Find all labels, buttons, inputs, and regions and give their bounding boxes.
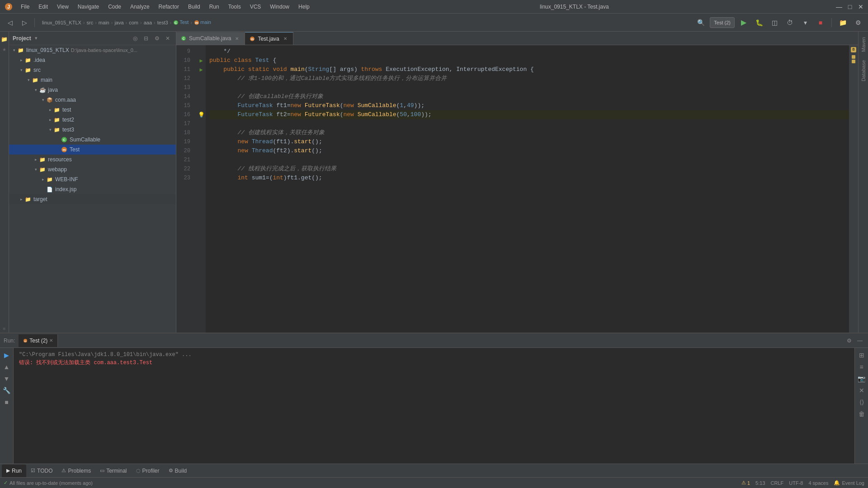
btab-terminal[interactable]: ▭ Terminal [95, 465, 131, 477]
scroll-up-btn[interactable]: ▲ [1, 361, 12, 372]
menu-view[interactable]: View [53, 3, 72, 11]
run-arrow-10[interactable]: ▶ [199, 57, 203, 64]
breadcrumb-aaa[interactable]: aaa [144, 20, 152, 25]
right-tab-database[interactable]: Database [860, 56, 867, 85]
project-panel-dropdown[interactable]: ▾ [35, 35, 38, 41]
menu-refactor[interactable]: Refactor [155, 3, 183, 11]
gutter-10[interactable]: ▶ [197, 56, 206, 65]
run-dropdown[interactable]: ▾ [799, 16, 811, 29]
tree-test-class[interactable]: m Test [9, 145, 176, 155]
menu-code[interactable]: Code [104, 3, 125, 11]
menu-help[interactable]: Help [295, 3, 313, 11]
tree-webinf[interactable]: 📁 WEB-INF [9, 174, 176, 184]
trash-btn[interactable]: 🗑 [856, 408, 867, 419]
locate-file-btn[interactable]: ◎ [131, 34, 140, 43]
breadcrumb-java[interactable]: java [114, 20, 123, 25]
breadcrumb-method[interactable]: mmain [194, 19, 211, 25]
run-again-btn[interactable]: ▶ [1, 350, 12, 361]
btab-build[interactable]: ⚙ Build [164, 465, 192, 477]
filter-btn[interactable]: ≡ [856, 361, 867, 372]
tree-resources[interactable]: 📁 resources [9, 155, 176, 164]
bottom-tab-close[interactable]: ✕ [49, 338, 53, 343]
btab-run[interactable]: ▶ Run [2, 465, 26, 477]
stop-run-btn[interactable]: ■ [1, 397, 12, 408]
tree-com-aaa[interactable]: 📦 com.aaa [9, 95, 176, 105]
wrench-btn[interactable]: 🔧 [1, 385, 12, 396]
expand-btn[interactable]: ⟨⟩ [856, 397, 867, 408]
screenshot-btn[interactable]: 📷 [856, 373, 867, 384]
status-indent[interactable]: 4 spaces [808, 480, 828, 486]
menu-analyze[interactable]: Analyze [127, 3, 153, 11]
status-encoding[interactable]: UTF-8 [789, 480, 803, 486]
run-button[interactable]: ▶ [737, 16, 750, 29]
collapse-all-btn[interactable]: ⊟ [142, 34, 151, 43]
minimize-panel-btn[interactable]: — [855, 336, 864, 345]
tree-test3-pkg[interactable]: 📁 test3 [9, 125, 176, 135]
profile-button[interactable]: ⏱ [783, 16, 796, 29]
tree-src[interactable]: 📁 src [9, 65, 176, 75]
status-event-log[interactable]: 🔔 Event Log [834, 480, 864, 486]
breadcrumb-src[interactable]: src [87, 20, 94, 25]
settings-panel-btn[interactable]: ⚙ [152, 34, 161, 43]
tree-index-jsp[interactable]: 📄 index.jsp [9, 184, 176, 194]
breadcrumb-com[interactable]: com [129, 20, 138, 25]
status-cursor[interactable]: 5:13 [755, 480, 765, 486]
btab-profiler[interactable]: ◌ Profiler [132, 465, 164, 477]
tab-test[interactable]: m Test.java ✕ [245, 32, 293, 45]
status-line-ending[interactable]: CRLF [771, 480, 784, 486]
breadcrumb-project[interactable]: linux_0915_KTLX [42, 20, 81, 25]
btab-todo[interactable]: ☑ TODO [26, 465, 57, 477]
right-tab-maven[interactable]: Maven [860, 33, 867, 56]
menu-vcs[interactable]: VCS [246, 3, 265, 11]
minimize-button[interactable]: — [835, 3, 843, 10]
run-config-search[interactable]: 🔍 [694, 16, 707, 29]
tree-java[interactable]: ☕ java [9, 85, 176, 95]
bulb-icon-16[interactable]: 💡 [198, 112, 205, 118]
settings-run-btn[interactable]: ⚙ [844, 336, 854, 345]
breadcrumb-class[interactable]: CTest [173, 19, 189, 25]
tab-sumcallable-close[interactable]: ✕ [234, 35, 240, 42]
favorites-icon[interactable]: ★ [0, 45, 9, 53]
debug-button[interactable]: 🐛 [753, 16, 765, 29]
copy-output-btn[interactable]: ⊞ [856, 350, 867, 361]
maximize-button[interactable]: □ [846, 3, 854, 10]
tree-webapp[interactable]: 📁 webapp [9, 164, 176, 174]
tree-main[interactable]: 📁 main [9, 75, 176, 85]
stop-button[interactable]: ■ [814, 16, 827, 29]
coverage-button[interactable]: ◫ [768, 16, 781, 29]
menu-tools[interactable]: Tools [225, 3, 245, 11]
btab-problems[interactable]: ⚠ Problems [57, 465, 95, 477]
tree-target[interactable]: 📁 target [9, 194, 176, 204]
tab-sumcallable[interactable]: C SumCallable.java ✕ [176, 32, 245, 45]
menu-run[interactable]: Run [206, 3, 223, 11]
tree-test2-pkg[interactable]: 📁 test2 [9, 115, 176, 125]
menu-navigate[interactable]: Navigate [74, 3, 103, 11]
forward-button[interactable]: ▷ [18, 16, 31, 29]
code-lines[interactable]: */ public class Test { public static voi… [206, 45, 849, 333]
menu-build[interactable]: Build [184, 3, 204, 11]
close-output-btn[interactable]: ✕ [856, 385, 867, 396]
project-structure-btn[interactable]: 📁 [836, 16, 849, 29]
menu-window[interactable]: Window [266, 3, 293, 11]
tree-root[interactable]: 📁 linux_0915_KTLX D:\java-baties-space\l… [9, 45, 176, 55]
structure-icon[interactable]: ≡ [0, 324, 9, 333]
status-warning[interactable]: ⚠ 1 [741, 480, 750, 486]
close-panel-btn[interactable]: ✕ [163, 34, 172, 43]
project-icon[interactable]: 📁 [0, 35, 9, 43]
menu-edit[interactable]: Edit [35, 3, 52, 11]
run-config-selector[interactable]: Test (2) [710, 17, 735, 28]
tab-test-close[interactable]: ✕ [282, 36, 288, 42]
tree-test-pkg[interactable]: 📁 test [9, 105, 176, 115]
back-button[interactable]: ◁ [4, 16, 16, 29]
menu-file[interactable]: File [17, 3, 33, 11]
bottom-tab-test2[interactable]: m Test (2) ✕ [19, 334, 58, 347]
breadcrumb-main[interactable]: main [99, 20, 109, 25]
settings-btn[interactable]: ⚙ [852, 16, 864, 29]
tree-sumcallable[interactable]: C SumCallable [9, 135, 176, 145]
breadcrumb-test3[interactable]: test3 [157, 20, 168, 25]
scroll-down-btn[interactable]: ▼ [1, 373, 12, 384]
gutter-16[interactable]: 💡 [197, 110, 206, 119]
close-button[interactable]: ✕ [857, 3, 864, 10]
run-arrow-11[interactable]: ▶ [199, 66, 203, 73]
gutter-11[interactable]: ▶ [197, 65, 206, 74]
